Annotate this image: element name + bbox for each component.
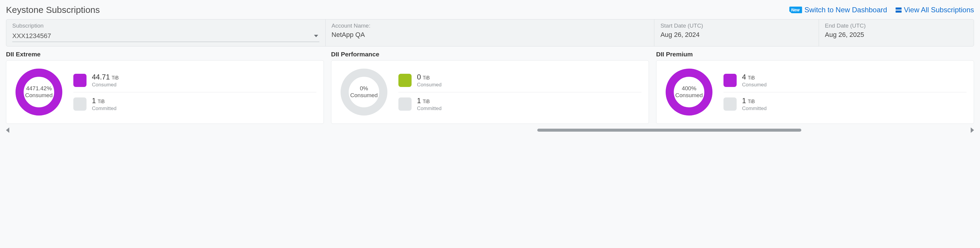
subscription-value: XXX1234567 bbox=[12, 32, 51, 40]
end-date-cell: End Date (UTC) Aug 26, 2025 bbox=[819, 19, 974, 46]
subscription-cell: Subscription XXX1234567 bbox=[6, 19, 326, 46]
tier-card[interactable]: 400%Consumed4 TiBConsumed1 TiBCommitted bbox=[656, 60, 974, 124]
view-all-label: View All Subscriptions bbox=[904, 6, 974, 14]
tier-title: DII Performance bbox=[331, 51, 649, 58]
consumed-swatch-icon bbox=[73, 74, 86, 87]
tier-title: DII Extreme bbox=[6, 51, 324, 58]
consumed-swatch-icon bbox=[398, 74, 412, 87]
view-all-subscriptions-link[interactable]: View All Subscriptions bbox=[896, 6, 974, 14]
end-date-value: Aug 26, 2025 bbox=[825, 31, 968, 39]
account-value: NetApp QA bbox=[332, 31, 648, 39]
page-title: Keystone Subscriptions bbox=[6, 5, 100, 15]
chevron-down-icon bbox=[314, 35, 318, 37]
committed-swatch-icon bbox=[724, 98, 737, 110]
committed-swatch-icon bbox=[73, 98, 86, 110]
tier: DII Extreme4471.42%Consumed44.71 TiBCons… bbox=[6, 51, 324, 124]
committed-row: 1 TiBCommitted bbox=[73, 92, 317, 116]
subscription-select[interactable]: XXX1234567 bbox=[12, 31, 320, 42]
switch-dashboard-link[interactable]: New Switch to New Dashboard bbox=[789, 6, 887, 14]
info-bar: Subscription XXX1234567 Account Name: Ne… bbox=[6, 19, 974, 46]
consumed-value: 44.71 bbox=[92, 73, 110, 81]
committed-row: 1 TiBCommitted bbox=[724, 92, 967, 116]
start-date-cell: Start Date (UTC) Aug 26, 2024 bbox=[654, 19, 819, 46]
tier-stats: 0 TiBConsumed1 TiBCommitted bbox=[398, 69, 641, 116]
new-badge-icon: New bbox=[789, 6, 802, 13]
ring-label: Consumed bbox=[675, 92, 703, 99]
subscription-label: Subscription bbox=[12, 22, 320, 29]
carousel-prev-icon[interactable] bbox=[6, 128, 9, 133]
carousel-scrollbar-thumb[interactable] bbox=[537, 129, 802, 132]
committed-value: 1 bbox=[417, 96, 421, 105]
carousel-scroll bbox=[6, 128, 974, 133]
unit-label: TiB bbox=[111, 75, 119, 81]
consumed-label: Consumed bbox=[742, 82, 767, 88]
committed-value: 1 bbox=[92, 96, 96, 105]
consumed-swatch-icon bbox=[724, 74, 737, 87]
consumed-label: Consumed bbox=[417, 82, 442, 88]
committed-label: Committed bbox=[92, 106, 116, 112]
consumed-row: 4 TiBConsumed bbox=[724, 69, 967, 92]
account-label: Account Name: bbox=[332, 22, 648, 29]
ring-percent: 0% bbox=[360, 85, 368, 92]
unit-label: TiB bbox=[97, 99, 105, 104]
consumption-ring: 4471.42%Consumed bbox=[13, 67, 64, 118]
committed-row: 1 TiBCommitted bbox=[398, 92, 641, 116]
tier-card[interactable]: 4471.42%Consumed44.71 TiBConsumed1 TiBCo… bbox=[6, 60, 324, 124]
tiers-row: DII Extreme4471.42%Consumed44.71 TiBCons… bbox=[6, 51, 974, 124]
start-date-value: Aug 26, 2024 bbox=[660, 31, 812, 39]
account-cell: Account Name: NetApp QA bbox=[326, 19, 655, 46]
unit-label: TiB bbox=[423, 75, 430, 81]
tier-title: DII Premium bbox=[656, 51, 974, 58]
unit-label: TiB bbox=[748, 75, 755, 81]
committed-value: 1 bbox=[742, 96, 746, 105]
unit-label: TiB bbox=[423, 99, 430, 104]
unit-label: TiB bbox=[748, 99, 755, 104]
ring-percent: 4471.42% bbox=[26, 85, 52, 92]
committed-label: Committed bbox=[417, 106, 442, 112]
tier: DII Performance0%Consumed0 TiBConsumed1 … bbox=[331, 51, 649, 124]
committed-swatch-icon bbox=[398, 98, 412, 110]
tier: DII Premium400%Consumed4 TiBConsumed1 Ti… bbox=[656, 51, 974, 124]
list-icon bbox=[896, 8, 902, 13]
consumed-value: 4 bbox=[742, 73, 746, 81]
carousel-scrollbar[interactable] bbox=[18, 129, 962, 132]
start-date-label: Start Date (UTC) bbox=[660, 22, 812, 29]
ring-label: Consumed bbox=[350, 92, 378, 99]
consumed-value: 0 bbox=[417, 73, 421, 81]
consumption-ring: 0%Consumed bbox=[339, 67, 390, 118]
committed-label: Committed bbox=[742, 106, 767, 112]
tier-stats: 44.71 TiBConsumed1 TiBCommitted bbox=[73, 69, 317, 116]
tier-stats: 4 TiBConsumed1 TiBCommitted bbox=[724, 69, 967, 116]
end-date-label: End Date (UTC) bbox=[825, 22, 968, 29]
tier-card[interactable]: 0%Consumed0 TiBConsumed1 TiBCommitted bbox=[331, 60, 649, 124]
consumed-row: 44.71 TiBConsumed bbox=[73, 69, 317, 92]
consumed-row: 0 TiBConsumed bbox=[398, 69, 641, 92]
consumption-ring: 400%Consumed bbox=[663, 67, 714, 118]
carousel-next-icon[interactable] bbox=[971, 128, 974, 133]
top-links: New Switch to New Dashboard View All Sub… bbox=[789, 6, 974, 14]
ring-label: Consumed bbox=[25, 92, 52, 99]
ring-percent: 400% bbox=[682, 85, 697, 92]
switch-dashboard-label: Switch to New Dashboard bbox=[805, 6, 887, 14]
consumed-label: Consumed bbox=[92, 82, 119, 88]
